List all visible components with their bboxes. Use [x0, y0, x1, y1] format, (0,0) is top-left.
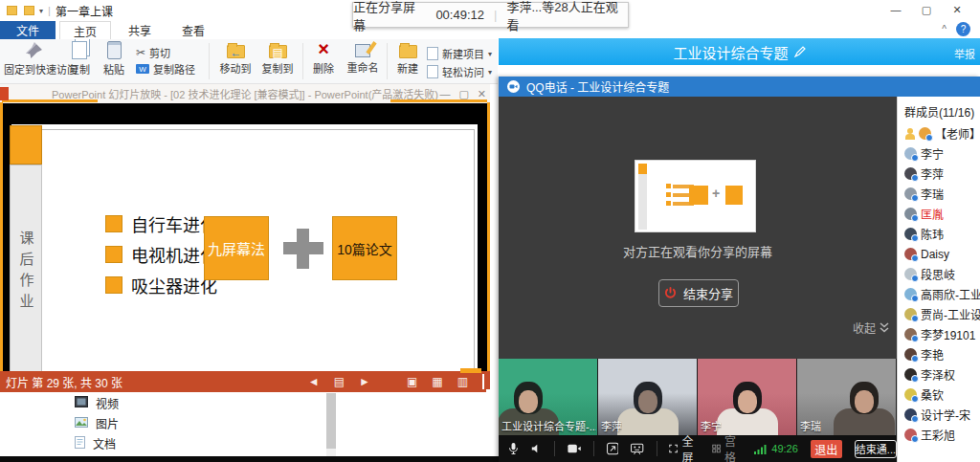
member-list-item[interactable]: 贾尚-工业设 — [898, 304, 980, 324]
signal-bars-icon — [754, 444, 768, 454]
avatar — [904, 167, 917, 180]
person-face — [855, 390, 874, 413]
member-list-item[interactable]: 李瑞 — [898, 184, 980, 204]
tab-file[interactable]: 文件 — [0, 21, 56, 39]
next-slide-icon[interactable]: ► — [359, 375, 370, 388]
help-icon[interactable]: ? — [956, 22, 970, 36]
report-link[interactable]: 举报 — [954, 46, 975, 61]
qq-call-title: QQ电话 - 工业设计综合专题 — [526, 78, 669, 95]
share-status-text: 正在分享屏幕 — [353, 0, 426, 33]
scrollbar-thumb[interactable] — [326, 393, 336, 449]
video-tile[interactable]: 李宁 — [698, 359, 796, 435]
edit-pencil-icon[interactable] — [794, 46, 806, 57]
speaker-icon[interactable] — [531, 442, 542, 455]
qq-group-header: 工业设计综合专题 举报 — [499, 38, 980, 65]
new-item-button[interactable]: 新建项目▾ — [427, 46, 492, 61]
slideshow-stage[interactable]: 课后作业 自行车进化电视机进化吸尘器进化 九屏幕法 10篇论文 — [0, 103, 490, 371]
normal-view-icon[interactable]: ▣ — [407, 375, 417, 388]
collapse-control[interactable]: 收起 — [853, 319, 890, 336]
cut-button[interactable]: ✂ 剪切 — [136, 45, 170, 60]
member-list-item[interactable]: 陈玮 — [898, 224, 980, 244]
slide-box-ten-papers: 10篇论文 — [332, 216, 397, 280]
member-name: 李瑞 — [921, 186, 944, 202]
member-name: Daisy — [921, 248, 949, 261]
tab-share[interactable]: 共享 — [115, 21, 165, 39]
end-share-button[interactable]: 结束分享 — [658, 279, 739, 307]
member-list-item[interactable]: Daisy — [898, 244, 980, 264]
rename-button[interactable]: 重命名 — [341, 39, 385, 75]
member-name: 匡胤 — [921, 206, 944, 222]
minimize-button[interactable]: — — [880, 0, 911, 19]
end-call-button[interactable]: 结束通... — [855, 440, 897, 458]
new-item-icon — [427, 47, 438, 60]
whiteboard-icon[interactable] — [631, 442, 643, 456]
video-tile[interactable]: 李萍 — [598, 359, 697, 435]
fullscreen-button[interactable]: 全屏 — [669, 432, 699, 462]
video-tile-label: 李瑞 — [800, 418, 821, 433]
member-list-item[interactable]: 李艳 — [898, 344, 980, 364]
sidebar-item-视频[interactable]: 视频 — [75, 393, 189, 413]
screen-share-banner[interactable]: 正在分享屏幕 00:49:12 | 李萍...等28人正在观看 — [352, 2, 629, 28]
sidebar-item-图片[interactable]: 图片 — [75, 413, 189, 433]
quick-access-folder-icon[interactable] — [24, 6, 34, 15]
member-list-item[interactable]: 李梦19101 — [898, 324, 980, 344]
member-list-item[interactable]: 匡胤 — [898, 204, 980, 224]
member-list-item[interactable]: 【老师】工 — [898, 123, 980, 143]
ppt-minimize-button[interactable]: — — [439, 88, 450, 99]
close-button[interactable]: ✕ — [942, 0, 972, 19]
member-list-item[interactable]: 李萍 — [898, 164, 980, 184]
member-list-item[interactable]: 设计学-宋 — [898, 405, 980, 425]
qq-call-titlebar[interactable]: QQ电话 - 工业设计综合专题 — [499, 77, 980, 97]
screen-share-icon[interactable] — [607, 441, 619, 456]
paste-button[interactable]: 粘贴 — [98, 39, 130, 77]
reading-view-icon[interactable]: ▥ — [457, 375, 468, 388]
exit-button[interactable]: 退出 — [811, 440, 842, 458]
member-list-item[interactable]: 王彩旭 — [898, 425, 980, 445]
slideshow-view-icon[interactable] — [482, 375, 484, 388]
previous-slide-icon[interactable]: ◄ — [308, 375, 320, 388]
member-name: 李萍 — [921, 165, 944, 182]
member-list-item[interactable]: 桑钦 — [898, 385, 980, 405]
member-list-item[interactable]: 李宁 — [898, 143, 980, 164]
avatar — [904, 147, 917, 160]
move-to-button[interactable]: ← 移动到 — [214, 39, 256, 76]
scissors-icon: ✂ — [136, 46, 145, 59]
member-list: 【老师】工李宁李萍李瑞匡胤陈玮Daisy段思岐高雨欣-工业贾尚-工业设李梦191… — [898, 123, 980, 445]
sidebar-item-文档[interactable]: 文档 — [75, 433, 189, 453]
qq-call-window: QQ电话 - 工业设计综合专题 + 对方正在观看你分享的屏幕 结束分享 收起 — [499, 77, 980, 462]
grid-view-button[interactable]: 宫格 — [712, 432, 742, 462]
qq-call-logo-icon — [507, 80, 520, 93]
ppt-close-button[interactable]: ✕ — [478, 88, 486, 100]
tab-home[interactable]: 主页 — [59, 21, 111, 39]
pin-quick-access-button[interactable]: 固定到快速访问 — [4, 39, 63, 77]
quick-access-caret-icon[interactable]: ▾ — [39, 7, 43, 15]
member-list-item[interactable]: 李泽权 — [898, 364, 980, 385]
avatar — [904, 348, 917, 361]
copy-button[interactable]: 复制 — [63, 39, 96, 77]
call-toolbar: 全屏 宫格 49:26 退出 结束通... — [499, 435, 897, 462]
restore-button[interactable]: ▢ — [911, 0, 942, 19]
member-panel: 群成员(11/16) 【老师】工李宁李萍李瑞匡胤陈玮Daisy段思岐高雨欣-工业… — [897, 97, 980, 462]
copy-path-button[interactable]: W 复制路径 — [136, 61, 195, 77]
plus-sign — [297, 229, 309, 269]
members-header: 群成员(11/16) — [898, 97, 980, 123]
microphone-icon[interactable] — [508, 441, 519, 456]
ppt-restore-button[interactable]: ▢ — [458, 88, 468, 100]
video-tile[interactable]: 工业设计综合专题-... — [499, 359, 597, 435]
easy-access-button[interactable]: 轻松访问▾ — [427, 64, 492, 79]
camera-icon[interactable] — [568, 443, 581, 454]
slide-sorter-icon[interactable]: ▦ — [432, 375, 442, 388]
video-tile[interactable]: 李瑞 — [797, 359, 896, 435]
member-list-item[interactable]: 高雨欣-工业 — [898, 284, 980, 304]
copy-to-button[interactable]: ▤ 复制到 — [256, 39, 299, 76]
avatar — [904, 429, 917, 441]
menu-icon[interactable]: ▤ — [334, 375, 345, 388]
new-folder-button[interactable]: 新建 — [390, 39, 425, 76]
collapse-ribbon-icon[interactable]: ^ — [942, 24, 947, 34]
member-name: 设计学-宋 — [921, 407, 970, 423]
member-name: 桑钦 — [921, 386, 944, 403]
delete-button[interactable]: × 删除 — [306, 39, 341, 76]
avatar — [904, 368, 917, 381]
member-list-item[interactable]: 段思岐 — [898, 264, 980, 284]
tab-view[interactable]: 查看 — [168, 21, 218, 39]
